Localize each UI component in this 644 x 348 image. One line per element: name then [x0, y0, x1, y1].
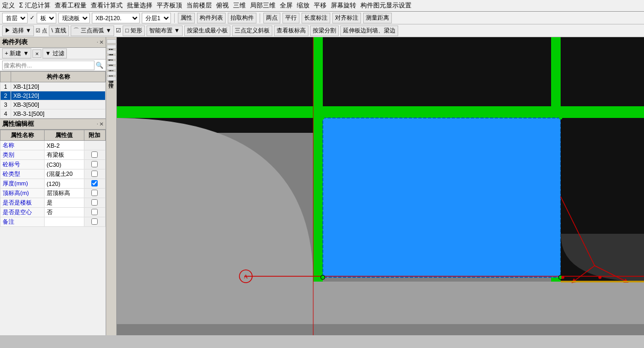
side-split-btn[interactable]: 分割: [107, 61, 116, 65]
attr-name-cell: 顶标高(m): [1, 189, 45, 198]
attr-checkbox[interactable]: [91, 161, 98, 167]
attr-checkbox[interactable]: [91, 190, 98, 196]
attr-add-cell: [84, 141, 105, 150]
align-dim-btn[interactable]: 对齐标注: [332, 13, 361, 23]
subtype-select[interactable]: 现浇板: [58, 13, 90, 23]
separator2: [260, 13, 260, 23]
extend-to-wall-btn[interactable]: 延伸板边到墙、梁边: [340, 26, 398, 36]
attr-checkbox[interactable]: [91, 171, 98, 177]
menu-top-view[interactable]: 俯视: [216, 1, 229, 10]
menu-summary[interactable]: Σ 汇总计算: [19, 1, 50, 10]
three-pt-slope-btn[interactable]: 三点定义斜板: [232, 26, 272, 36]
side-offset-btn[interactable]: 偏移: [107, 71, 116, 75]
svg-rect-2: [313, 37, 323, 282]
attr-checkbox[interactable]: [91, 180, 98, 186]
table-row[interactable]: 3XB-3[500]: [1, 100, 106, 109]
search-icon[interactable]: 🔍: [96, 62, 104, 69]
attr-panel-close-btn[interactable]: ✕: [99, 121, 104, 127]
attr-checkbox[interactable]: [91, 199, 98, 206]
attr-value-cell[interactable]: (C30): [44, 160, 84, 169]
smart-place-btn[interactable]: 智能布置 ▼: [147, 26, 183, 36]
side-trim-btn[interactable]: 修剪: [107, 45, 116, 49]
component-select[interactable]: XB-2[120.: [92, 13, 140, 23]
attr-btn[interactable]: 属性: [178, 13, 195, 23]
side-merge-btn[interactable]: 合并: [107, 55, 116, 60]
menu-zoom[interactable]: 缩放: [297, 1, 310, 10]
menu-fullscreen[interactable]: 全屏: [280, 1, 293, 10]
view-slab-elev-btn[interactable]: 查看板标高: [274, 26, 308, 36]
attr-value-cell[interactable]: [44, 217, 84, 227]
split-by-beam-btn[interactable]: 按梁分割: [310, 26, 339, 36]
side-align-btn[interactable]: 对齐: [107, 66, 116, 70]
attr-add-cell: [84, 179, 105, 189]
svg-rect-5: [561, 37, 644, 106]
floor-select[interactable]: 首层: [2, 13, 28, 23]
menu-current-floor[interactable]: 当前楼层: [186, 1, 212, 10]
svg-point-30: [598, 276, 602, 279]
new-comp-btn[interactable]: + 新建 ▼: [2, 48, 31, 58]
menu-view-formula[interactable]: 查看计算式: [91, 1, 123, 10]
attr-panel: 属性编辑框 ᐧ ✕ 属性名称 属性值 附加: [0, 118, 106, 335]
side-break-btn[interactable]: 打断: [107, 50, 116, 54]
menu-element-display[interactable]: 构件图元显示设置: [360, 1, 411, 10]
main-layout: 构件列表 ᐧ ✕ + 新建 ▼ × ▼ 过滤 🔍: [0, 37, 644, 335]
svg-text:A: A: [244, 273, 248, 279]
svg-point-31: [561, 276, 564, 279]
canvas-area[interactable]: A 3600 3600: [117, 37, 644, 335]
menu-batch-select[interactable]: 批量选择: [127, 1, 152, 10]
panel-close-btn[interactable]: ✕: [99, 39, 104, 45]
menu-screen-rotate[interactable]: 屏幕旋转: [331, 1, 356, 10]
table-row[interactable]: 4XB-3-1[500]: [1, 109, 106, 118]
row-name: XB-2[120]: [11, 91, 106, 100]
measure-dist-btn[interactable]: 测量距离: [363, 13, 392, 23]
attr-value-cell[interactable]: 有梁板: [44, 150, 84, 160]
attr-checkbox[interactable]: [91, 218, 98, 225]
pick-comp-btn[interactable]: 抬取构件: [228, 13, 256, 23]
attr-value-cell[interactable]: XB-2: [44, 141, 84, 150]
attr-panel-controls: ᐧ ✕: [97, 121, 104, 127]
filter-comp-btn[interactable]: ▼ 过滤: [42, 48, 67, 58]
table-row[interactable]: 1XB-1[120]: [1, 82, 106, 91]
attr-value-cell[interactable]: 是: [44, 198, 84, 208]
side-stretch-btn[interactable]: 拉伸: [107, 77, 116, 81]
attr-table-container: 属性名称 属性值 附加 名称 XB-2 类别 有梁板 砼标号 (C30) 砼类型…: [0, 130, 106, 227]
select-btn[interactable]: ▶ 选择 ▼: [2, 26, 34, 36]
side-extend-btn[interactable]: 延伸: [107, 39, 116, 44]
attr-name-cell: 名称: [1, 141, 45, 150]
rect-btn[interactable]: □ 矩形: [123, 26, 145, 36]
attr-value-cell[interactable]: 层顶标高: [44, 189, 84, 198]
menu-pan[interactable]: 平移: [314, 1, 327, 10]
arc-btn[interactable]: ⌒ 三点画弧 ▼: [71, 26, 114, 36]
length-dim-btn[interactable]: 长度标注: [302, 13, 330, 23]
type-select[interactable]: 板: [37, 13, 56, 23]
menu-local-3d[interactable]: 局部三维: [250, 1, 276, 10]
attr-add-cell: [84, 217, 105, 227]
menu-3d[interactable]: 三维: [233, 1, 246, 10]
table-row[interactable]: 2XB-2[120]: [1, 91, 106, 100]
comp-toolbar: + 新建 ▼ × ▼ 过滤: [0, 48, 106, 60]
menu-align-top[interactable]: 平齐板顶: [157, 1, 182, 10]
attr-row: 名称 XB-2: [1, 141, 106, 150]
attr-checkbox[interactable]: [91, 151, 98, 158]
layer-select[interactable]: 分层1: [142, 13, 171, 23]
separator: [174, 13, 175, 23]
svg-rect-6: [117, 106, 644, 118]
menu-view-quantities[interactable]: 查看工程量: [55, 1, 87, 10]
attr-add-cell: [84, 198, 105, 208]
component-list-panel: 构件列表 ᐧ ✕ + 新建 ▼ × ▼ 过滤 🔍: [0, 37, 106, 118]
line-btn[interactable]: \ 直线: [49, 26, 69, 36]
gen-slab-btn[interactable]: 按梁生成最小板: [184, 26, 230, 36]
delete-comp-btn[interactable]: ×: [32, 49, 41, 58]
attr-checkbox[interactable]: [91, 209, 98, 215]
attr-panel-float-btn[interactable]: ᐧ: [97, 121, 98, 127]
panel-float-btn[interactable]: ᐧ: [97, 39, 98, 45]
parallel-btn[interactable]: 平行: [282, 13, 299, 23]
attr-value-cell[interactable]: (120): [44, 179, 84, 189]
search-input[interactable]: [2, 61, 95, 70]
two-point-btn[interactable]: 两点: [263, 13, 280, 23]
menu-define[interactable]: 定义: [2, 1, 15, 10]
comp-list-btn[interactable]: 构件列表: [197, 13, 226, 23]
row-name: XB-1[120]: [11, 82, 106, 91]
attr-value-cell[interactable]: (混凝土20: [44, 169, 84, 179]
attr-value-cell[interactable]: 否: [44, 208, 84, 217]
